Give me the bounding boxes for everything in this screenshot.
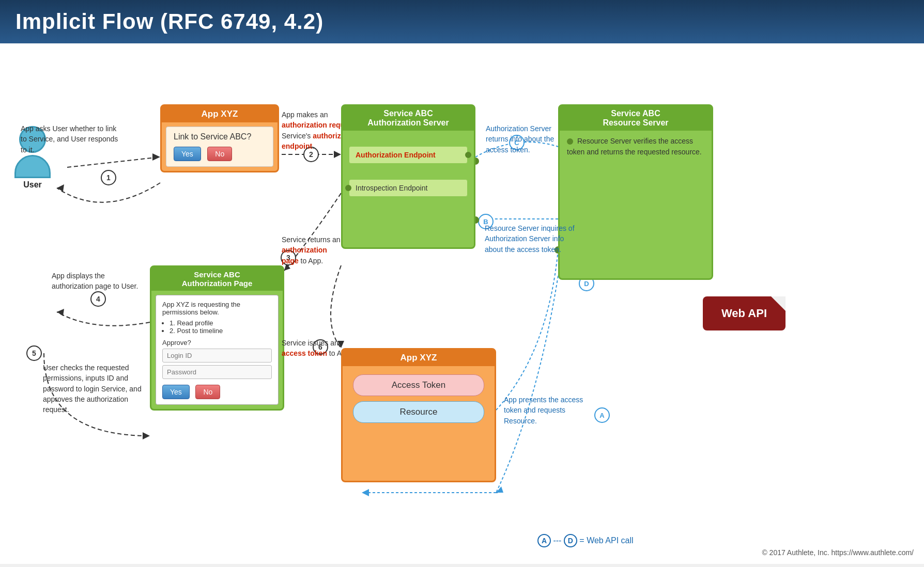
resource-dot [567, 138, 573, 145]
yes-button-auth[interactable]: Yes [162, 385, 190, 399]
approve-label: Approve? [162, 339, 272, 346]
svg-text:D: D [584, 280, 589, 288]
svg-text:2: 2 [309, 150, 313, 159]
yes-button-top[interactable]: Yes [174, 147, 201, 161]
svg-point-21 [27, 346, 41, 360]
auth-endpoint-dot [465, 152, 471, 158]
auth-page-header: Service ABC Authorization Page [151, 267, 283, 291]
svg-marker-6 [57, 309, 64, 316]
service-abc-resource-header: Service ABC Resource Server [560, 106, 712, 131]
access-token-box: Access Token [353, 374, 484, 396]
app-xyz-top-buttons: Yes No [174, 147, 266, 161]
main-content: 1 2 3 4 5 6 A B C D [0, 43, 924, 564]
perm-item-2: 2. Post to timeline [170, 327, 272, 335]
svg-text:1: 1 [106, 174, 111, 182]
permissions-list: 1. Read profile 2. Post to timeline [170, 319, 272, 335]
service-abc-auth-box: Service ABC Authorization Server Authori… [341, 104, 475, 249]
svg-marker-10 [496, 486, 503, 493]
service-abc-auth-header: Service ABC Authorization Server [343, 106, 474, 131]
legend-circle-d: D [564, 534, 577, 547]
app-xyz-bottom-box: App XYZ Access Token Resource [341, 348, 496, 482]
auth-page-body: App XYZ is requesting the permissions be… [156, 295, 279, 405]
resource-server-annotation: Resource Server inquires of Authorizatio… [485, 223, 583, 255]
no-button-auth[interactable]: No [195, 385, 220, 399]
introspection-endpoint-item: Introspection Endpoint [349, 179, 468, 197]
annotation-4: App displays the authorization page to U… [52, 271, 145, 292]
legend-circle-a: A [537, 534, 551, 547]
no-button-top[interactable]: No [207, 147, 232, 161]
user-label: User [23, 180, 42, 190]
web-api-label: Web API [721, 307, 767, 320]
link-text: Link to Service ABC? [174, 132, 266, 141]
svg-marker-1 [152, 153, 160, 161]
auth-page-box: Service ABC Authorization Page App XYZ i… [150, 265, 284, 411]
auth-page-buttons: Yes No [162, 385, 272, 399]
password-input[interactable] [162, 365, 272, 379]
annotation-1: App asks User whether to link to Service… [21, 123, 119, 155]
legend: A --- D = Web API call [537, 534, 682, 547]
annotation-3: Service returns an authorization page to… [282, 234, 369, 266]
svg-text:4: 4 [96, 295, 100, 303]
introspection-dot [345, 185, 351, 191]
login-id-input[interactable] [162, 349, 272, 363]
page-title: Implicit Flow (RFC 6749, 4.2) [16, 9, 324, 34]
auth-endpoint-item: Authorization Endpoint [349, 146, 468, 164]
svg-point-19 [91, 292, 105, 306]
resource-body: Resource Server verifies the access toke… [560, 131, 712, 163]
svg-marker-2 [57, 184, 64, 192]
resource-box: Resource [353, 401, 484, 423]
app-xyz-top-body: Link to Service ABC? Yes No [166, 127, 273, 167]
perm-item-1: 1. Read profile [170, 319, 272, 327]
copyright: © 2017 Authlete, Inc. https://www.authle… [762, 548, 914, 557]
svg-text:5: 5 [32, 349, 36, 357]
page-header: Implicit Flow (RFC 6749, 4.2) [0, 0, 924, 43]
svg-line-0 [67, 157, 160, 167]
web-api-fold [771, 296, 786, 311]
user-body [14, 155, 51, 178]
annotation-5: User checks the requested permissions, i… [43, 363, 146, 415]
svg-marker-4 [334, 151, 341, 158]
svg-marker-7 [143, 432, 150, 439]
auth-page-desc: App XYZ is requesting the permissions be… [162, 301, 272, 316]
svg-text:A: A [599, 412, 605, 419]
app-xyz-top-header: App XYZ [162, 106, 278, 122]
app-xyz-top-box: App XYZ Link to Service ABC? Yes No [160, 104, 279, 172]
svg-point-13 [101, 170, 116, 185]
svg-point-25 [595, 408, 609, 422]
app-xyz-bottom-header: App XYZ [343, 350, 495, 366]
web-api-box: Web API [703, 296, 786, 330]
app-presents-annotation: App presents the access token and reques… [504, 395, 597, 426]
svg-marker-12 [362, 489, 369, 496]
